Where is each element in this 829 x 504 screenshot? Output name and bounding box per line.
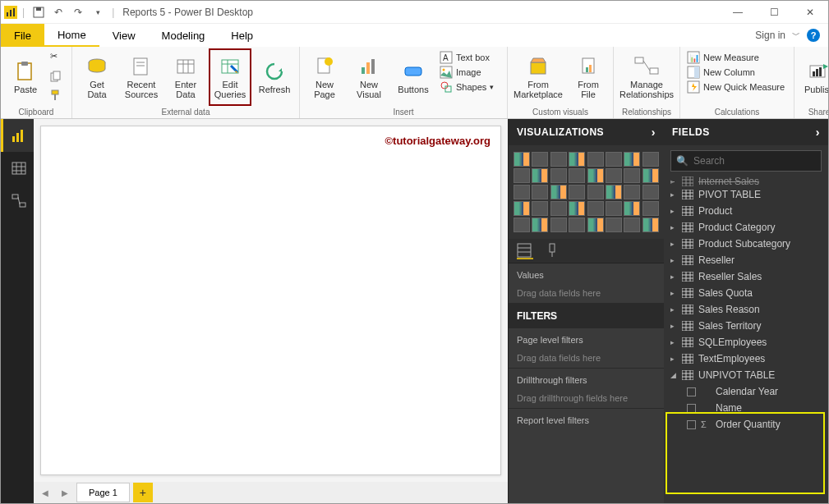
help-icon[interactable]: ?	[807, 29, 820, 42]
get-data-button[interactable]: Get Data	[76, 48, 118, 106]
menu-view[interactable]: View	[99, 24, 149, 47]
viz-tile[interactable]	[532, 185, 548, 199]
viz-tile[interactable]	[569, 185, 585, 199]
drillthrough-dropzone[interactable]: Drag drillthrough fields here	[509, 388, 664, 409]
field-table[interactable]: ▸Sales Reason	[664, 301, 828, 318]
viz-tile[interactable]	[550, 201, 567, 216]
viz-tile[interactable]	[587, 168, 604, 183]
chevron-down-icon[interactable]: ﹀	[792, 30, 800, 41]
viz-tile[interactable]	[514, 168, 530, 183]
viz-tile[interactable]	[550, 218, 567, 232]
refresh-button[interactable]: Refresh	[253, 48, 296, 106]
viz-tile[interactable]	[606, 168, 622, 183]
field-table[interactable]: ▸Product	[664, 203, 828, 219]
new-quick-measure-button[interactable]: New Quick Measure	[685, 80, 789, 94]
copy-button[interactable]	[48, 67, 68, 85]
page-filters-dropzone[interactable]: Drag data fields here	[509, 348, 664, 369]
edit-queries-button[interactable]: Edit Queries	[209, 48, 251, 106]
page-tab-1[interactable]: Page 1	[76, 483, 130, 502]
recent-sources-button[interactable]: Recent Sources	[120, 48, 163, 106]
new-column-button[interactable]: New Column	[685, 65, 789, 80]
field-table[interactable]: ◢UNPIVOT TABLE	[664, 367, 828, 383]
menu-home[interactable]: Home	[44, 24, 99, 47]
viz-tile[interactable]	[532, 218, 548, 232]
field-table[interactable]: ▸Product Category	[664, 219, 828, 236]
viz-tile[interactable]	[642, 168, 659, 183]
search-box[interactable]: 🔍	[670, 150, 822, 172]
menu-modeling[interactable]: Modeling	[149, 24, 219, 47]
viz-tile[interactable]	[624, 152, 640, 167]
minimize-button[interactable]: —	[720, 1, 756, 24]
viz-tile[interactable]	[569, 201, 585, 216]
viz-tile[interactable]	[550, 152, 567, 167]
tab-prev-button[interactable]: ◀	[37, 484, 53, 501]
text-box-button[interactable]: AText box	[438, 50, 502, 65]
format-painter-button[interactable]	[48, 86, 68, 104]
viz-tile[interactable]	[642, 218, 659, 232]
field-column[interactable]: Calendar Year	[664, 383, 828, 400]
viz-tile[interactable]	[532, 152, 548, 167]
buttons-button[interactable]: Buttons	[392, 48, 435, 106]
shapes-button[interactable]: Shapes ▾	[438, 80, 502, 94]
field-column[interactable]: ΣOrder Quantity	[664, 416, 828, 433]
tab-next-button[interactable]: ▶	[57, 484, 73, 501]
viz-tile[interactable]	[587, 185, 604, 199]
redo-icon[interactable]: ↷	[69, 3, 87, 21]
report-view-button[interactable]	[1, 119, 34, 152]
field-table[interactable]: ▸TextEmployees	[664, 351, 828, 367]
add-page-button[interactable]: +	[133, 483, 153, 502]
viz-tile[interactable]	[569, 152, 585, 167]
save-icon[interactable]	[30, 3, 48, 21]
from-marketplace-button[interactable]: From Marketplace	[511, 48, 565, 106]
field-table[interactable]: ▸PIVOT TABLE	[664, 186, 828, 203]
from-file-button[interactable]: From File	[567, 48, 610, 106]
publish-button[interactable]: Publish	[798, 48, 829, 106]
viz-tile[interactable]	[642, 152, 659, 167]
viz-tile[interactable]	[642, 185, 659, 199]
undo-icon[interactable]: ↶	[49, 3, 67, 21]
viz-tile[interactable]	[606, 201, 622, 216]
viz-tile[interactable]	[532, 168, 548, 183]
viz-tile[interactable]	[569, 218, 585, 232]
viz-tile[interactable]	[624, 185, 640, 199]
viz-tile[interactable]	[624, 168, 640, 183]
field-table[interactable]: ▸Product Subcategory	[664, 236, 828, 252]
viz-tile[interactable]	[624, 218, 640, 232]
new-visual-button[interactable]: New Visual	[348, 48, 390, 106]
qat-dropdown-icon[interactable]: ▾	[89, 3, 107, 21]
report-canvas[interactable]: ©tutorialgateway.org	[40, 126, 501, 475]
viz-tile[interactable]	[550, 168, 567, 183]
new-measure-button[interactable]: 📊New Measure	[685, 50, 789, 65]
image-button[interactable]: Image	[438, 65, 502, 80]
enter-data-button[interactable]: Enter Data	[164, 48, 207, 106]
manage-relationships-button[interactable]: Manage Relationships	[617, 48, 676, 106]
cut-button[interactable]: ✂	[48, 48, 68, 66]
sign-in-link[interactable]: Sign in	[755, 30, 785, 41]
viz-tile[interactable]	[587, 218, 604, 232]
field-table[interactable]: ▸Reseller Sales	[664, 268, 828, 285]
field-table[interactable]: ▸Sales Territory	[664, 318, 828, 334]
viz-tile[interactable]	[550, 185, 567, 199]
viz-tile[interactable]	[514, 218, 530, 232]
viz-tile[interactable]	[587, 201, 604, 216]
new-page-button[interactable]: New Page	[303, 48, 346, 106]
paste-button[interactable]: Paste	[4, 48, 47, 106]
field-column[interactable]: Name	[664, 400, 828, 416]
close-button[interactable]: ✕	[792, 1, 828, 24]
format-pane-icon[interactable]	[545, 243, 561, 259]
viz-tile[interactable]	[514, 152, 530, 167]
viz-tile[interactable]	[606, 185, 622, 199]
viz-tile[interactable]	[514, 201, 530, 216]
collapse-viz-icon[interactable]: ›	[652, 126, 656, 139]
collapse-fields-icon[interactable]: ›	[816, 126, 820, 139]
viz-tile[interactable]	[606, 218, 622, 232]
values-dropzone[interactable]: Drag data fields here	[509, 283, 664, 304]
viz-tile[interactable]	[514, 185, 530, 199]
fields-pane-icon[interactable]	[517, 243, 533, 259]
menu-file[interactable]: File	[1, 24, 44, 47]
viz-tile[interactable]	[569, 168, 585, 183]
model-view-button[interactable]	[1, 185, 34, 218]
viz-tile[interactable]	[532, 201, 548, 216]
data-view-button[interactable]	[1, 152, 34, 185]
field-table[interactable]: ▸Sales Quota	[664, 285, 828, 301]
